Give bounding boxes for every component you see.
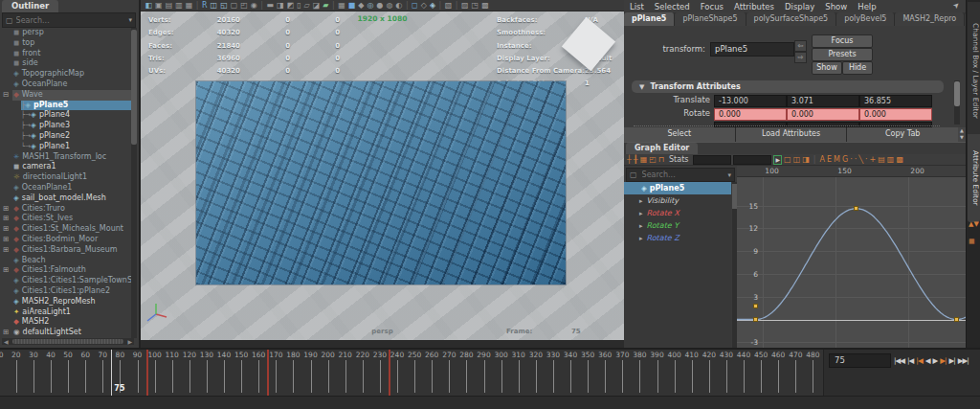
rotate-x-field[interactable]: 0.000 [714, 108, 787, 121]
step-back-frame-button[interactable]: |◀ [907, 356, 913, 365]
outliner-item[interactable]: ⊞◆Cities:Truro [0, 204, 132, 215]
outliner-item[interactable]: ◈OceanPlane [0, 80, 132, 90]
outliner-item[interactable]: ☼directionalLight1 [0, 172, 132, 183]
range-slider[interactable] [0, 396, 980, 409]
clamped-tangent-icon[interactable]: M [834, 154, 840, 166]
stats-field-1[interactable] [693, 155, 731, 165]
absolute-view-icon[interactable]: □ [784, 154, 791, 166]
textured-icon[interactable]: ◆ [358, 0, 364, 11]
graph-tree-channel-row[interactable]: ▸Visibility [624, 194, 731, 207]
viewport-renderer-icon[interactable]: ◳ [472, 0, 479, 11]
translate-y-field[interactable]: 3.071 [787, 95, 859, 107]
outliner-item[interactable]: ⊞◆Cities:St_Ives [0, 214, 132, 224]
tab-polySurfaceShape5[interactable]: polySurfaceShape5 [746, 12, 837, 26]
ao-icon[interactable]: ◍ [386, 0, 392, 11]
step-back-key-button[interactable]: |◀ [916, 356, 922, 365]
lattice-deform-keys-icon[interactable]: ▦ [640, 154, 648, 166]
menu-attributes[interactable]: Attributes [734, 2, 774, 11]
keyframe-marker[interactable] [753, 304, 758, 308]
current-frame-field[interactable]: 75 [829, 353, 891, 368]
step-forward-key-button[interactable]: ▶| [940, 356, 946, 365]
strip-tool-icon[interactable]: ▦ [969, 238, 975, 245]
pane-layout-icon[interactable]: ▢ [231, 0, 238, 11]
outliner-horizontal-scrollbar[interactable]: ◀ ▶ [2, 338, 134, 345]
expander-icon[interactable]: ⊞ [3, 224, 9, 235]
outliner-item[interactable]: ◈sail_boat_model.Mesh [0, 193, 132, 204]
go-to-start-button[interactable]: |◀◀ [894, 356, 904, 365]
buffer-snapshot-icon[interactable]: ▤ [878, 154, 885, 166]
outliner-item[interactable]: ├→◈pPlane3 [0, 121, 132, 131]
expander-icon[interactable]: ⊞ [3, 204, 9, 215]
outliner-item[interactable]: ⊞◉defaultLightSet [0, 328, 132, 338]
outliner-item[interactable]: ◼camera1 [0, 162, 132, 172]
show-output-connections-icon[interactable]: ⇨ [794, 52, 807, 63]
insert-keys-icon[interactable]: ╂ [634, 154, 638, 166]
unify-tangents-icon[interactable]: · [865, 154, 868, 166]
collapse-triangle-icon[interactable]: ▼ [639, 83, 644, 91]
expander-icon[interactable]: ⊞ [3, 328, 9, 338]
channel-box-layer-editor-vertical-tab[interactable]: Channel Box / Layer Editor [968, 2, 980, 140]
bookmark-icon[interactable]: ▥ [175, 0, 183, 11]
attribute-editor-scrollbar[interactable] [954, 80, 960, 125]
step-forward-frame-button[interactable]: ▶| [949, 356, 955, 365]
rotate-y-field[interactable]: 0.000 [787, 108, 859, 121]
show-button[interactable]: Show [812, 61, 842, 75]
snap-icon[interactable]: + [870, 154, 877, 166]
graph-tree-channel-row[interactable]: ▸Rotate Y [624, 219, 731, 232]
perspective-viewport[interactable]: ◧▣▤▥▦|R◫◱▢◰◉|▬◨◩▯▱◪▰|▦■◆◎●◍◐|◻◇◈|▧|▨◳▩ 1… [141, 0, 624, 348]
move-nearest-picked-key-icon[interactable]: ┼ [627, 154, 632, 166]
auto-tangent-icon[interactable]: A [819, 154, 824, 166]
normalized-view-icon[interactable]: ◨ [802, 154, 810, 166]
graph-editor-search-input[interactable] [640, 170, 728, 180]
frame-playback-range-icon[interactable]: ▶ [773, 155, 782, 165]
film-gate-icon[interactable]: ▬ [267, 0, 275, 11]
outliner-item[interactable]: └→◈pPlane1 [0, 142, 132, 152]
woven-plane-object[interactable] [196, 81, 566, 284]
expander-icon[interactable]: ⊞ [3, 245, 9, 256]
isolate-select-icon[interactable]: ◻ [412, 0, 418, 11]
select-button[interactable]: Select [624, 127, 735, 142]
load-attributes-button[interactable]: Load Attributes [736, 127, 847, 142]
lights-icon[interactable]: ◎ [367, 0, 373, 11]
outliner-item[interactable]: ◈TopographicMap [0, 69, 132, 80]
rotate-z-field[interactable]: 0.000 [859, 108, 932, 121]
translate-z-field[interactable]: 36.855 [859, 95, 932, 107]
outliner-item[interactable]: ├→◈pPlane2 [0, 131, 132, 142]
graph-editor-curve-view[interactable]: 1512963-3 [737, 177, 966, 349]
image-plane-icon[interactable]: ▦ [186, 0, 193, 11]
wireframe-icon[interactable]: ▦ [338, 0, 345, 11]
outliner-item[interactable]: ◈MASH2_ReproMesh [0, 297, 132, 307]
outliner-item[interactable]: ├→◈pPlane4 [0, 110, 132, 121]
select-camera-icon[interactable]: ◧ [145, 0, 153, 11]
outliner-item[interactable]: ├◈pPlane5 [0, 101, 132, 111]
tab-pPlane5[interactable]: pPlane5 [624, 12, 675, 26]
keyframe-marker[interactable] [854, 206, 858, 211]
outliner-item[interactable]: ⊟◆Wave [0, 90, 132, 101]
menu-display[interactable]: Display [785, 2, 814, 11]
presets-button[interactable]: Presets [812, 48, 873, 61]
attribute-editor-vertical-tab[interactable]: Attribute Editor [968, 134, 980, 222]
copy-tab-button[interactable]: Copy Tab [847, 127, 958, 142]
expander-icon[interactable]: ⊞ [3, 214, 9, 224]
translate-x-field[interactable]: -13.000 [714, 95, 787, 107]
swap-buffer-icon[interactable]: ▥ [887, 154, 895, 166]
play-backwards-button[interactable]: ◀ [925, 356, 930, 365]
outliner-item[interactable]: ◈Cities1:Cities1:pPlane2 [0, 286, 132, 297]
menu-list[interactable]: List [630, 2, 644, 11]
outliner-item[interactable]: ✦aiAreaLight1 [0, 307, 132, 318]
retime-tool-icon[interactable]: ⊓ [658, 154, 664, 166]
transform-attributes-section-header[interactable]: ▼Transform Attributes [632, 80, 944, 93]
outliner-item[interactable]: ◼persp [0, 28, 132, 38]
expander-icon[interactable]: ⊞ [3, 235, 9, 245]
tab-pPlaneShape5[interactable]: pPlaneShape5 [675, 12, 746, 26]
outliner-item[interactable]: ◆MASH2 [0, 317, 132, 328]
outliner-item[interactable]: ◈OceanPlane1 [0, 183, 132, 193]
filter-icon[interactable]: ▢ [630, 170, 637, 179]
graph-tree-channel-row[interactable]: ▸Rotate X [624, 207, 731, 219]
stacked-view-icon[interactable]: ◫ [793, 154, 801, 166]
menu-show[interactable]: Show [825, 2, 847, 11]
spline-tangent-icon[interactable]: E [827, 154, 832, 166]
animation-curve[interactable] [737, 177, 966, 349]
show-input-connections-icon[interactable]: ⇦ [794, 40, 807, 52]
safe-action-icon[interactable]: ▱ [304, 0, 310, 11]
